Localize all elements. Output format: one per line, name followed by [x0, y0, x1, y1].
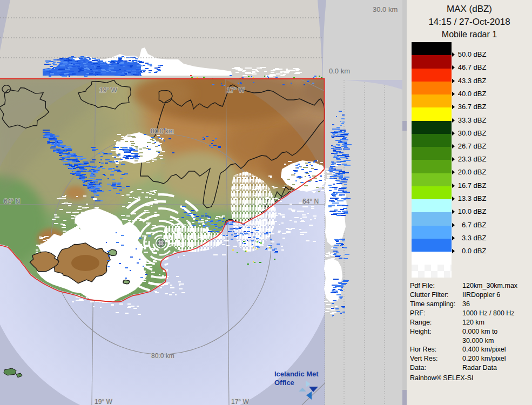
svg-text:17° W: 17° W [227, 86, 245, 94]
svg-text:80.0 km: 80.0 km [151, 352, 174, 360]
svg-text:17° W: 17° W [231, 398, 249, 405]
svg-text:80.0 km: 80.0 km [151, 127, 174, 135]
svg-text:Icelandic Met: Icelandic Met [274, 370, 319, 378]
svg-text:Office: Office [274, 379, 294, 387]
svg-text:64° N: 64° N [302, 198, 319, 205]
svg-text:64° N: 64° N [4, 198, 20, 205]
svg-text:19° W: 19° W [99, 86, 117, 94]
svg-text:19° W: 19° W [95, 398, 112, 405]
